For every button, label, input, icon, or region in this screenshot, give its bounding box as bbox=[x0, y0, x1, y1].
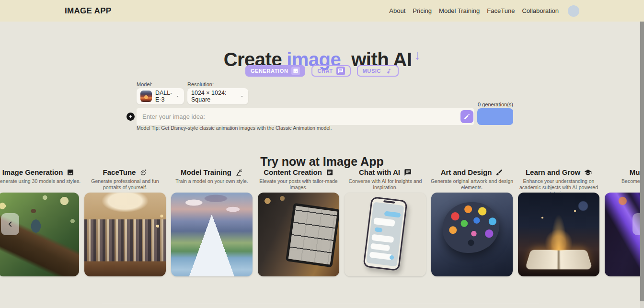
chevron-down-icon bbox=[175, 94, 180, 99]
tab-music-label: MUSIC bbox=[363, 68, 381, 74]
add-button[interactable] bbox=[126, 113, 135, 121]
card-title: Chat with AI bbox=[359, 168, 412, 177]
generation-count: 0 generation(s) bbox=[444, 102, 513, 107]
avatar[interactable] bbox=[568, 5, 579, 17]
chat-icon bbox=[336, 67, 345, 75]
feature-card-art-and-design: Art and Design Generate original artwork… bbox=[431, 165, 513, 276]
card-description: Generate using 30 models and styles. bbox=[0, 178, 82, 191]
feature-card-content-creation: Content Creation Elevate your posts with… bbox=[258, 165, 339, 276]
model-label: Model: bbox=[137, 81, 152, 87]
model-select[interactable]: DALL-E-3 bbox=[137, 88, 184, 104]
down-arrow-icon: ↓ bbox=[414, 48, 420, 62]
footer-divider bbox=[102, 303, 539, 303]
feature-image-creator-desk bbox=[258, 193, 339, 276]
plus-icon bbox=[128, 114, 133, 119]
carousel-track: Image Generation Generate using 30 model… bbox=[0, 165, 644, 276]
article-icon bbox=[326, 169, 334, 176]
nav-link-about[interactable]: About bbox=[389, 7, 405, 14]
card-description: Enhance your understanding on academic s… bbox=[515, 178, 602, 191]
prompt-enhance-button[interactable] bbox=[460, 110, 473, 123]
mode-tabs: GENERATION CHAT MUSIC bbox=[0, 65, 644, 77]
card-title: Content Creation bbox=[264, 168, 334, 177]
card-title: Learn and Grow bbox=[526, 168, 592, 177]
chevron-down-icon bbox=[240, 94, 244, 99]
carousel-prev-button[interactable] bbox=[1, 213, 19, 235]
feature-card-model-training: Model Training Train a model on your own… bbox=[171, 165, 253, 276]
chat-icon bbox=[404, 169, 412, 176]
face-retouch-icon bbox=[139, 169, 147, 176]
image-icon bbox=[291, 67, 300, 75]
tab-generation-label: GENERATION bbox=[251, 68, 288, 74]
generate-button[interactable] bbox=[477, 108, 513, 125]
scrollbar-thumb[interactable] bbox=[640, 22, 644, 301]
app-logo[interactable]: IMAGE APP bbox=[65, 6, 111, 16]
tab-generation[interactable]: GENERATION bbox=[245, 65, 306, 77]
card-title: FaceTune bbox=[103, 168, 148, 177]
resolution-label: Resolution: bbox=[187, 81, 214, 87]
feature-image-clothing-rack bbox=[84, 193, 166, 276]
feature-image-paint-palette bbox=[431, 193, 513, 276]
card-title: Model Training bbox=[181, 168, 243, 177]
resolution-select-value: 1024 × 1024: Square bbox=[191, 90, 236, 103]
magic-wand-icon bbox=[463, 113, 471, 120]
card-description: Generate professional and fun portraits … bbox=[81, 178, 169, 191]
feature-card-facetune: FaceTune Generate professional and fun p… bbox=[84, 165, 166, 276]
card-title: Image Generation bbox=[2, 168, 75, 177]
features-carousel: Image Generation Generate using 30 model… bbox=[0, 165, 644, 278]
model-thumbnail bbox=[140, 91, 152, 102]
image-icon bbox=[67, 169, 74, 176]
card-description: Elevate your posts with tailor-made imag… bbox=[255, 178, 342, 191]
main-nav: About Pricing Model Training FaceTune Co… bbox=[389, 5, 579, 17]
tab-chat-label: CHAT bbox=[317, 68, 333, 74]
card-description: Generate original artwork and design ele… bbox=[428, 178, 516, 191]
robot-arm-icon bbox=[235, 169, 243, 176]
card-description: Train a model on your own style. bbox=[168, 178, 255, 191]
music-note-icon bbox=[384, 67, 393, 75]
resolution-select[interactable]: 1024 × 1024: Square bbox=[187, 88, 248, 104]
nav-link-model-training[interactable]: Model Training bbox=[439, 7, 480, 14]
model-select-value: DALL-E-3 bbox=[155, 90, 172, 103]
tab-music[interactable]: MUSIC bbox=[357, 65, 399, 77]
feature-image-mountain-lake bbox=[171, 193, 253, 276]
navbar: IMAGE APP About Pricing Model Training F… bbox=[0, 0, 644, 22]
feature-image-phone-chat bbox=[345, 193, 426, 276]
chevron-left-icon bbox=[6, 220, 14, 228]
feature-image-glowing-book bbox=[518, 193, 599, 276]
tab-chat[interactable]: CHAT bbox=[311, 65, 350, 77]
card-description: Become a mus gener bbox=[602, 178, 644, 191]
nav-link-collaboration[interactable]: Collaboration bbox=[522, 7, 559, 14]
phone-screen bbox=[366, 202, 404, 267]
phone-illustration bbox=[363, 196, 407, 271]
nav-link-facetune[interactable]: FaceTune bbox=[487, 7, 515, 14]
card-title: Art and Design bbox=[441, 168, 504, 177]
feature-card-learn-and-grow: Learn and Grow Enhance your understandin… bbox=[518, 165, 599, 276]
prompt-input[interactable] bbox=[137, 108, 474, 125]
card-description: Converse with AI for insights and inspir… bbox=[342, 178, 429, 191]
model-tip: Model Tip: Get Disney-style classic anim… bbox=[137, 125, 332, 131]
feature-card-chat-with-ai: Chat with AI Converse with AI for insigh… bbox=[345, 165, 426, 276]
nav-link-pricing[interactable]: Pricing bbox=[413, 7, 432, 14]
graduation-cap-icon bbox=[584, 169, 592, 176]
paintbrush-icon bbox=[495, 169, 503, 176]
